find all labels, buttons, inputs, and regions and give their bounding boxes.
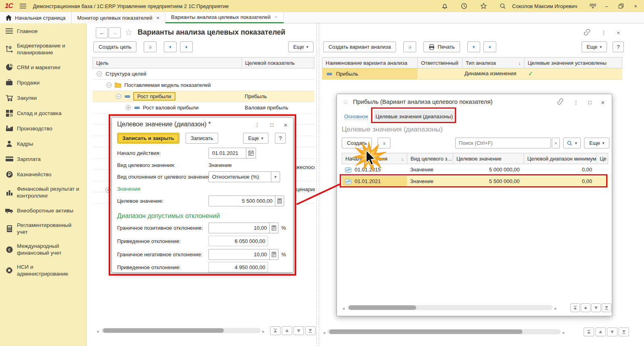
maximize-icon[interactable]: □ (270, 122, 273, 128)
more-button[interactable]: Еще▾ (243, 133, 268, 144)
scroll-right-icon[interactable]: ▸ (555, 306, 557, 311)
deviation-kind-select[interactable]: Относительное (%) ▾ (208, 171, 280, 182)
save-and-close-button[interactable]: Записать и закрыть (117, 133, 180, 144)
scrollbar-thumb[interactable] (329, 330, 522, 334)
tab-home[interactable]: Начальная страница (0, 12, 72, 23)
collapse-icon[interactable]: − (97, 71, 102, 76)
scrollbar-thumb[interactable] (103, 328, 224, 333)
column-header-clipped[interactable]: Це (597, 153, 609, 164)
sidebar-item-main[interactable]: Главное (0, 23, 86, 39)
sidebar-item-hr[interactable]: Кадры (0, 136, 86, 151)
column-header-start-date[interactable]: Начало действия↓ (342, 153, 407, 164)
collapse-icon[interactable]: − (106, 82, 111, 88)
column-header-indicator[interactable]: Целевой показатель (242, 58, 315, 68)
go-first-button[interactable] (584, 327, 594, 336)
main-menu-icon[interactable] (19, 2, 27, 10)
horizontal-scrollbar[interactable] (347, 305, 553, 310)
go-last-button[interactable] (619, 327, 629, 336)
search-input[interactable] (455, 138, 551, 148)
scroll-left-icon[interactable]: ◂ (97, 329, 99, 334)
maximize-icon[interactable]: □ (588, 99, 591, 105)
history-clock-icon[interactable] (460, 2, 468, 10)
close-modal-icon[interactable]: × (601, 99, 605, 106)
sidebar-item-fixed-assets[interactable]: Внеоборотные активы (0, 203, 86, 218)
create-goal-button[interactable]: Создать цель (93, 41, 136, 52)
close-panel-icon[interactable]: × (617, 30, 620, 36)
scroll-left-icon[interactable]: ◂ (323, 330, 325, 335)
positive-deviation-field[interactable]: 10,00 (208, 222, 279, 233)
go-first-button[interactable] (270, 326, 281, 335)
sidebar-item-purchasing[interactable]: Закупки (0, 90, 86, 105)
create-copy-button[interactable] (403, 41, 416, 52)
tab-target-values[interactable]: Целевые значения (диапазоны) (374, 110, 454, 122)
target-row-2015[interactable]: 01.01.2015 Значение 5 000 000,00 0,00 (342, 164, 608, 176)
close-window-button[interactable]: × (631, 2, 640, 10)
tree-row-model[interactable]: − Поставляемая модель показателей (93, 80, 314, 91)
go-down-button[interactable] (293, 326, 304, 335)
tree-row-profit-growth[interactable]: − Рост прибыли Прибыль (93, 91, 314, 102)
move-up-button[interactable] (164, 41, 177, 52)
calculator-icon[interactable] (269, 249, 278, 260)
column-header-name[interactable]: Наименование варианта анализа (322, 58, 418, 68)
start-date-field[interactable]: 01.01.2021 (208, 148, 256, 159)
close-dialog-icon[interactable]: × (284, 122, 287, 128)
more-dots-icon[interactable]: ⋮ (254, 122, 260, 128)
variant-row-profit[interactable]: Прибыль Динамика изменения ✓ (322, 68, 622, 80)
save-button[interactable]: Записать (186, 133, 219, 144)
target-row-2021[interactable]: 01.01.2021 Значение 5 500 000,00 0,00 (342, 176, 608, 187)
collapse-icon[interactable]: − (116, 94, 121, 99)
find-button[interactable]: ▾ (563, 138, 581, 148)
column-header-goal[interactable]: Цель (93, 58, 242, 68)
minimize-button[interactable]: – (602, 2, 611, 10)
horizontal-scrollbar[interactable] (327, 329, 561, 334)
tab-monitor[interactable]: Монитор целевых показателей × (72, 12, 165, 23)
more-button[interactable]: Еще▾ (288, 41, 314, 52)
panel-splitter[interactable] (316, 23, 317, 346)
go-up-button[interactable] (595, 327, 606, 336)
forward-button[interactable]: → (109, 27, 121, 38)
create-button[interactable]: Создать (342, 138, 372, 148)
help-button[interactable]: ? (275, 133, 286, 144)
service-menu-icon[interactable] (589, 2, 597, 10)
create-copy-button[interactable] (378, 138, 390, 148)
tree-row-gross-profit[interactable]: + Рост валовой прибыли Валовая прибыль (93, 102, 314, 113)
scroll-right-icon[interactable]: ▸ (563, 330, 565, 335)
tree-row-structure[interactable]: − Структура целей (93, 68, 314, 80)
sidebar-item-treasury[interactable]: Казначейство (0, 167, 86, 182)
sidebar-item-production[interactable]: Производство (0, 121, 86, 136)
favorite-star-icon[interactable]: ☆ (343, 98, 349, 106)
close-tab-icon[interactable]: × (275, 14, 278, 20)
more-button[interactable]: Еще▾ (584, 138, 609, 148)
column-header-responsible[interactable]: Ответственный (418, 58, 462, 68)
go-last-button[interactable] (305, 326, 316, 335)
move-down-button[interactable] (180, 41, 193, 52)
go-last-button[interactable] (602, 303, 611, 312)
move-down-button[interactable] (483, 41, 496, 52)
close-tab-icon[interactable]: × (157, 15, 160, 21)
back-button[interactable]: ← (96, 27, 108, 38)
go-first-button[interactable] (570, 303, 580, 312)
panel-splitter[interactable] (319, 23, 319, 346)
sidebar-item-crm[interactable]: CRM и маркетинг (0, 60, 86, 75)
calculator-icon[interactable] (269, 223, 278, 233)
notifications-bell-icon[interactable] (441, 2, 448, 10)
sidebar-item-sales[interactable]: Продажи (0, 75, 86, 90)
dropdown-arrow-icon[interactable]: ▾ (271, 172, 280, 182)
get-link-icon[interactable] (557, 99, 564, 106)
tab-analysis-variants[interactable]: Варианты анализа целевых показателей × (165, 12, 284, 23)
create-copy-button[interactable] (144, 41, 157, 52)
variant-name-cell[interactable]: Прибыль (322, 68, 417, 79)
sidebar-item-payroll[interactable]: Зарплата (0, 151, 86, 167)
go-up-button[interactable] (581, 303, 590, 312)
column-header-target[interactable]: Целевое значение (453, 153, 524, 164)
more-button[interactable]: Еще▾ (582, 41, 607, 52)
help-button[interactable]: ? (613, 41, 624, 52)
sidebar-item-ifrs[interactable]: € Международный финансовый учет (0, 239, 86, 260)
tab-main-link[interactable]: Основное (344, 113, 368, 120)
negative-deviation-field[interactable]: 10,00 (208, 249, 279, 260)
expand-icon[interactable]: + (105, 187, 111, 193)
move-up-button[interactable] (467, 41, 480, 52)
column-header-range-min[interactable]: Целевой диапазон минимум (524, 153, 597, 164)
expand-icon[interactable]: + (126, 105, 131, 110)
target-value-field[interactable]: 5 500 000,00 (208, 196, 284, 206)
